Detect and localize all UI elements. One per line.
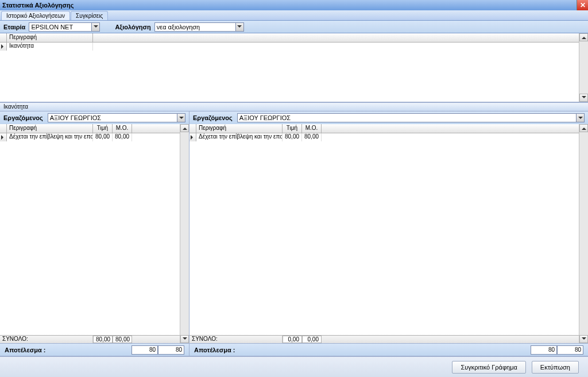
row-indicator-icon xyxy=(0,43,7,51)
tab-compare[interactable]: Συγκρίσεις xyxy=(71,11,108,20)
tab-history[interactable]: Ιστορικό Αξιολογήσεων xyxy=(1,11,70,20)
left-h-desc[interactable]: Περιγραφή xyxy=(7,124,93,133)
close-button[interactable]: ✕ xyxy=(577,0,588,10)
chevron-down-icon[interactable] xyxy=(91,23,99,31)
evaluation-combo[interactable] xyxy=(154,22,244,32)
employee-row-right: Εργαζόμενος xyxy=(189,111,588,124)
print-button[interactable]: Εκτύπωση xyxy=(532,361,579,374)
right-row-desc: Δέχεται την επίβλεψη και την εποικ xyxy=(196,133,283,141)
total-row-left: ΣΥΝΟΛΟ: 80,00 80,00 xyxy=(0,335,180,343)
left-total-avg: 80,00 xyxy=(113,336,132,343)
right-result-1: 80 xyxy=(531,345,557,355)
right-total-label: ΣΥΝΟΛΟ: xyxy=(189,336,283,343)
header-description[interactable]: Περιγραφή xyxy=(7,33,93,42)
compare-chart-button[interactable]: Συγκριτικό Γράφημα xyxy=(452,361,525,374)
evaluation-label: Αξιολόγηση xyxy=(115,24,150,30)
button-bar: Συγκριτικό Γράφημα Εκτύπωση xyxy=(0,356,588,377)
left-result-1: 80 xyxy=(131,345,158,355)
scroll-down-icon[interactable] xyxy=(579,94,588,102)
company-label: Εταιρία xyxy=(3,24,25,30)
scroll-up-icon[interactable] xyxy=(579,124,588,132)
left-h-val[interactable]: Τιμή xyxy=(93,124,113,133)
left-panel: Εργαζόμενος Περιγραφή Τιμή Μ.Ο. xyxy=(0,111,189,356)
employee-row-left: Εργαζόμενος xyxy=(0,111,189,124)
window-title: Στατιστικά Αξιολόγησης xyxy=(2,2,74,9)
employee-combo-right[interactable] xyxy=(237,113,585,122)
right-h-val[interactable]: Τιμή xyxy=(283,124,302,133)
chevron-down-icon[interactable] xyxy=(576,114,584,122)
company-combo[interactable] xyxy=(29,22,100,32)
right-h-desc[interactable]: Περιγραφή xyxy=(196,124,283,133)
table-row[interactable]: Δέχεται την επίβλεψη και την εποικ 80,00… xyxy=(0,133,180,141)
right-total-avg: 0,00 xyxy=(302,336,322,343)
result-row-right: Αποτέλεσμα : 80 80 xyxy=(189,343,588,356)
scroll-up-icon[interactable] xyxy=(180,124,189,132)
filter-row: Εταιρία Αξιολόγηση xyxy=(0,21,588,33)
left-result-label: Αποτέλεσμα : xyxy=(5,347,45,353)
total-row-right: ΣΥΝΟΛΟ: 0,00 0,00 xyxy=(189,335,579,343)
titlebar: Στατιστικά Αξιολόγησης ✕ xyxy=(0,0,588,10)
left-result-2: 80 xyxy=(158,345,184,355)
right-result-label: Αποτέλεσμα : xyxy=(194,347,235,353)
employee-label: Εργαζόμενος xyxy=(193,114,233,121)
scroll-up-icon[interactable] xyxy=(579,33,588,41)
scrollbar-vertical[interactable] xyxy=(579,124,588,343)
employee-label: Εργαζόμενος xyxy=(3,114,43,121)
left-total-label: ΣΥΝΟΛΟ: xyxy=(0,336,93,343)
company-input[interactable] xyxy=(29,23,91,31)
right-row-avg: 80,00 xyxy=(302,133,322,141)
chevron-down-icon[interactable] xyxy=(235,23,243,31)
top-grid: Περιγραφή Ικανότητα xyxy=(0,33,588,102)
table-row[interactable]: Ικανότητα xyxy=(0,43,579,51)
left-row-avg: 80,00 xyxy=(113,133,132,141)
right-result-2: 80 xyxy=(557,345,583,355)
scrollbar-vertical[interactable] xyxy=(579,33,588,102)
employee-input-right[interactable] xyxy=(238,114,576,122)
scroll-down-icon[interactable] xyxy=(180,335,189,343)
evaluation-input[interactable] xyxy=(155,23,235,31)
scroll-down-icon[interactable] xyxy=(579,335,588,343)
chevron-down-icon[interactable] xyxy=(177,114,185,122)
right-row-val: 80,00 xyxy=(283,133,302,141)
close-icon: ✕ xyxy=(580,1,586,9)
left-total-val: 80,00 xyxy=(93,336,113,343)
left-row-desc: Δέχεται την επίβλεψη και την εποικ xyxy=(7,133,93,141)
row-indicator-icon xyxy=(0,133,7,141)
row-indicator-header xyxy=(0,33,7,42)
result-row-left: Αποτέλεσμα : 80 80 xyxy=(0,343,189,356)
row-indicator-icon xyxy=(189,133,196,141)
right-panel: Εργαζόμενος Περιγραφή Τιμή Μ.Ο. xyxy=(189,111,588,356)
employee-input-left[interactable] xyxy=(48,114,177,122)
section-label: Ικανότητα xyxy=(0,102,588,111)
left-h-avg[interactable]: Μ.Ο. xyxy=(113,124,132,133)
employee-combo-left[interactable] xyxy=(48,113,185,122)
top-row-desc: Ικανότητα xyxy=(7,43,93,51)
left-row-val: 80,00 xyxy=(93,133,113,141)
right-total-val: 0,00 xyxy=(283,336,302,343)
scrollbar-vertical[interactable] xyxy=(180,124,189,343)
right-h-avg[interactable]: Μ.Ο. xyxy=(302,124,322,133)
tabs-row: Ιστορικό Αξιολογήσεων Συγκρίσεις xyxy=(0,10,588,21)
table-row[interactable]: Δέχεται την επίβλεψη και την εποικ 80,00… xyxy=(189,133,579,141)
